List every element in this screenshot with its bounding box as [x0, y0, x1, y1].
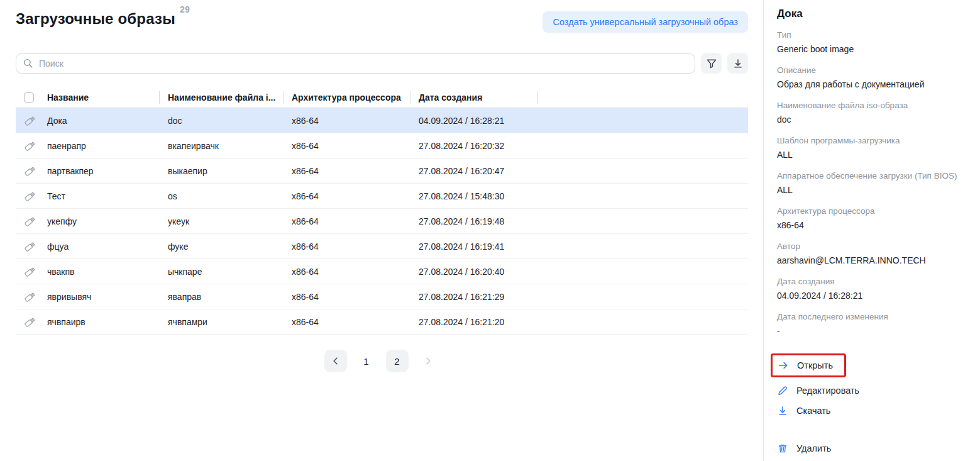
- chevron-left-icon: [330, 355, 341, 367]
- row-icon-cell: [16, 240, 47, 253]
- row-architecture: x86-64: [283, 242, 410, 252]
- detail-field-label: Наименование файла iso-образа: [777, 99, 967, 111]
- usb-drive-icon: [24, 165, 36, 177]
- row-name: явривывяч: [47, 292, 159, 302]
- detail-field-label: Аппаратное обеспечение загрузки (Тип BIO…: [777, 170, 967, 182]
- export-button[interactable]: [727, 53, 748, 74]
- detail-field: Описание Образ для работы с документацие…: [777, 64, 967, 91]
- row-created-date: 27.08.2024 / 16:20:47: [410, 166, 537, 176]
- detail-field-value: Образ для работы с документацией: [777, 79, 967, 91]
- detail-field-label: Автор: [777, 240, 967, 252]
- header-checkbox-cell: [16, 87, 47, 108]
- row-name: ячвпаирв: [47, 317, 159, 327]
- table-row[interactable]: паенрапр вкапеирвачк x86-64 27.08.2024 /…: [16, 133, 748, 158]
- row-name: паенрапр: [47, 141, 159, 151]
- chevron-right-icon: [422, 355, 434, 367]
- row-file-name: ычкпаре: [159, 267, 283, 277]
- next-page-button[interactable]: [417, 350, 439, 372]
- download-icon: [732, 58, 744, 69]
- detail-field-label: Описание: [777, 64, 967, 76]
- detail-field-value: ALL: [777, 184, 967, 196]
- download-icon: [777, 405, 788, 416]
- usb-drive-icon: [24, 215, 36, 228]
- row-file-name: вкапеирвачк: [159, 141, 283, 151]
- column-header-created[interactable]: Дата создания: [410, 87, 537, 108]
- usb-drive-icon: [24, 140, 36, 152]
- create-universal-image-button[interactable]: Создать универсальный загрузочный образ: [542, 11, 748, 33]
- row-created-date: 27.08.2024 / 16:21:20: [410, 317, 537, 327]
- usb-drive-icon: [24, 114, 36, 127]
- app-root: Загрузочные образы29 Создать универсальн…: [0, 0, 980, 461]
- detail-field-value: ALL: [777, 149, 967, 161]
- row-architecture: x86-64: [283, 216, 410, 226]
- row-created-date: 04.09.2024 / 16:28:21: [410, 116, 537, 126]
- detail-field: Тип Generic boot image: [777, 29, 967, 55]
- detail-field: Архитектура процессора x86-64: [777, 205, 967, 231]
- table-row[interactable]: чвакпв ычкпаре x86-64 27.08.2024 / 16:20…: [16, 259, 748, 284]
- table-row[interactable]: укепфу укеук x86-64 27.08.2024 / 16:19:4…: [16, 209, 748, 234]
- row-created-date: 27.08.2024 / 16:21:29: [410, 292, 537, 302]
- table-body: Дока doc x86-64 04.09.2024 / 16:28:21 па…: [16, 108, 748, 335]
- column-header-arch[interactable]: Архитектура процессора: [283, 87, 410, 108]
- row-file-name: яваправ: [159, 292, 283, 302]
- action-trash[interactable]: Удалить: [777, 440, 967, 457]
- detail-field-value: 04.09.2024 / 16:28:21: [777, 290, 967, 302]
- prev-page-button[interactable]: [324, 350, 347, 372]
- row-icon-cell: [16, 140, 47, 152]
- row-architecture: x86-64: [283, 191, 410, 201]
- detail-field: Шаблон программы-загрузчика ALL: [777, 135, 967, 161]
- detail-field-label: Архитектура процессора: [777, 205, 967, 217]
- search-toolbar: [16, 53, 748, 74]
- search-icon: [23, 58, 34, 69]
- row-created-date: 27.08.2024 / 16:20:40: [410, 267, 537, 277]
- trash-icon: [777, 443, 788, 454]
- select-all-checkbox[interactable]: [24, 92, 34, 103]
- page-header: Загрузочные образы29 Создать универсальн…: [0, 10, 763, 33]
- row-architecture: x86-64: [283, 141, 410, 151]
- main-content: Загрузочные образы29 Создать универсальн…: [0, 0, 763, 461]
- row-file-name: укеук: [159, 216, 283, 226]
- column-header-file[interactable]: Наименование файла i...: [159, 87, 283, 108]
- detail-field: Наименование файла iso-образа doc: [777, 99, 967, 126]
- details-title: Дока: [777, 8, 967, 20]
- filter-button[interactable]: [701, 53, 722, 74]
- row-architecture: x86-64: [283, 166, 410, 176]
- table-row[interactable]: Тест os x86-64 27.08.2024 / 15:48:30: [16, 184, 748, 209]
- action-label: Скачать: [796, 406, 830, 416]
- usb-drive-icon: [24, 291, 36, 303]
- row-icon-cell: [16, 291, 47, 303]
- table-row[interactable]: партвакпер выкаепир x86-64 27.08.2024 / …: [16, 158, 748, 184]
- row-architecture: x86-64: [283, 317, 410, 327]
- table-row[interactable]: Дока doc x86-64 04.09.2024 / 16:28:21: [16, 108, 748, 133]
- detail-field-label: Шаблон программы-загрузчика: [777, 135, 967, 147]
- column-header-name[interactable]: Название: [47, 87, 159, 108]
- images-table: Название Наименование файла i... Архитек…: [16, 87, 748, 335]
- arrow-right-icon: [778, 360, 789, 371]
- row-icon-cell: [16, 165, 47, 177]
- filter-icon: [706, 58, 717, 69]
- row-file-name: doc: [159, 116, 283, 126]
- action-label: Удалить: [796, 443, 831, 453]
- page-title-text: Загрузочные образы: [16, 10, 175, 27]
- table-row[interactable]: фцуа фуке x86-64 27.08.2024 / 16:19:41: [16, 234, 748, 259]
- action-arrow-right[interactable]: Открыть: [778, 357, 833, 374]
- action-label: Открыть: [797, 360, 833, 370]
- detail-field: Дата создания 04.09.2024 / 16:28:21: [777, 275, 967, 302]
- row-icon-cell: [16, 190, 47, 203]
- page-button-1[interactable]: 1: [355, 350, 378, 372]
- detail-field-value: doc: [777, 114, 967, 126]
- details-actions: ОткрытьРедактироватьСкачатьУдалить: [777, 353, 967, 457]
- usb-drive-icon: [24, 265, 36, 278]
- page-button-2[interactable]: 2: [386, 350, 409, 372]
- row-created-date: 27.08.2024 / 16:19:48: [410, 216, 537, 226]
- row-icon-cell: [16, 114, 47, 127]
- table-row[interactable]: явривывяч яваправ x86-64 27.08.2024 / 16…: [16, 284, 748, 309]
- action-pencil[interactable]: Редактировать: [777, 382, 967, 399]
- action-download[interactable]: Скачать: [777, 403, 967, 419]
- detail-field-value: x86-64: [777, 219, 967, 231]
- row-created-date: 27.08.2024 / 15:48:30: [410, 191, 537, 201]
- pagination: 12: [0, 350, 763, 372]
- action-label: Редактировать: [796, 386, 859, 396]
- table-row[interactable]: ячвпаирв ячвпамри x86-64 27.08.2024 / 16…: [16, 309, 748, 335]
- search-input[interactable]: [16, 53, 695, 74]
